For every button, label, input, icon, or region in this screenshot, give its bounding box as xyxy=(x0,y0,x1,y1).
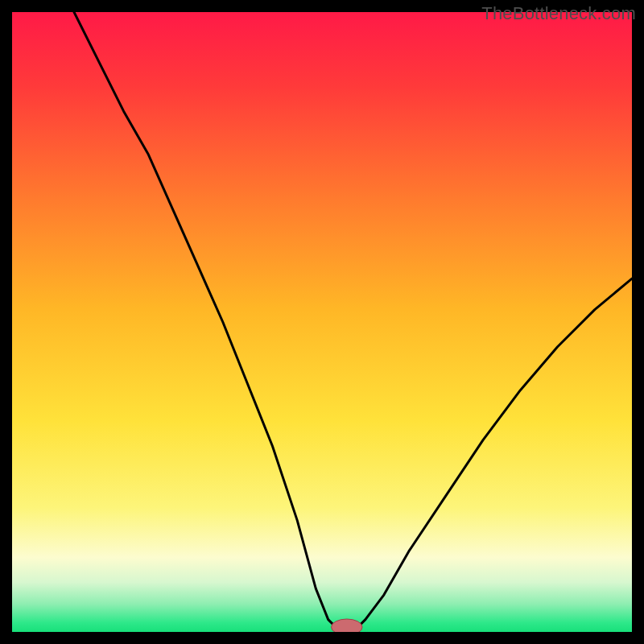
optimum-marker xyxy=(332,619,363,632)
gradient-background xyxy=(12,12,632,632)
chart-frame: TheBottleneck.com xyxy=(0,0,644,644)
plot-area xyxy=(12,12,632,632)
watermark-text: TheBottleneck.com xyxy=(481,3,636,24)
chart-svg xyxy=(12,12,632,632)
